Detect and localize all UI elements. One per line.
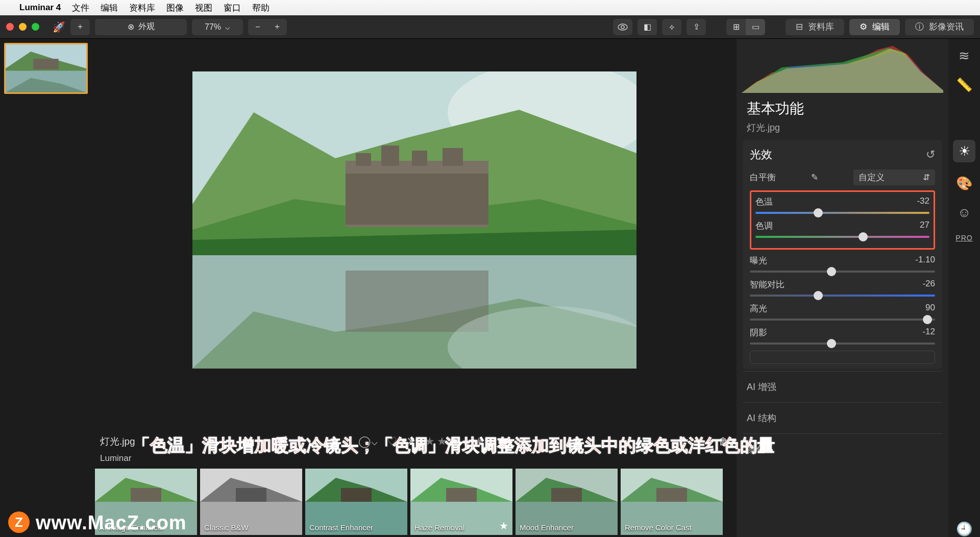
single-view-button[interactable]: ▭ (746, 19, 765, 35)
menu-image[interactable]: 图像 (166, 2, 184, 14)
svg-rect-15 (412, 151, 427, 166)
ai-enhance-item[interactable]: AI 增强 (737, 374, 948, 400)
looks-label: 外观 (138, 21, 155, 32)
menu-library[interactable]: 资料库 (129, 2, 155, 14)
close-window[interactable] (6, 23, 14, 31)
filmstrip-column (0, 39, 92, 537)
exposure-slider[interactable]: 曝光-1.10 (750, 255, 935, 273)
advanced-toggle[interactable] (750, 351, 935, 364)
svg-marker-50 (742, 48, 943, 93)
reject-icon[interactable]: ✕ (406, 435, 415, 448)
chevron-down-icon: ⌵ (225, 22, 230, 32)
menu-window[interactable]: 窗口 (224, 2, 241, 14)
minimize-window[interactable] (19, 23, 27, 31)
favorite-icon[interactable]: ♡ (387, 435, 397, 448)
temperature-slider[interactable]: 色温-32 (755, 196, 929, 214)
compare-button[interactable]: ◧ (638, 19, 657, 35)
fullscreen-window[interactable] (32, 23, 39, 31)
sliders-icon: ⚙ (860, 21, 867, 32)
looks-icon: ⊗ (128, 22, 134, 32)
color-item[interactable]: 颜色 (737, 436, 948, 462)
preview-toggle[interactable] (613, 19, 632, 35)
svg-rect-33 (341, 488, 372, 503)
select-caret-icon: ⇵ (923, 172, 930, 183)
look-item[interactable]: Remove Color Cast (621, 469, 723, 535)
history-icon[interactable]: 🕘 (956, 521, 972, 537)
svg-point-1 (621, 26, 624, 29)
tab-library[interactable]: ⊟ 资料库 (786, 19, 844, 35)
portrait-icon[interactable]: ☺ (958, 205, 971, 221)
pro-icon[interactable]: PRO (955, 234, 972, 242)
svg-rect-17 (346, 174, 488, 225)
ruler-icon[interactable]: 📏 (956, 77, 972, 93)
creative-icon[interactable]: 🎨 (956, 176, 972, 191)
svg-rect-45 (656, 488, 687, 503)
shadows-slider[interactable]: 阴影-12 (750, 327, 935, 345)
section-title: 光效 (750, 147, 772, 162)
view-mode: ⊞ ▭ (726, 19, 765, 35)
star-icon: ★ (499, 520, 508, 532)
rating-stars[interactable]: ★★★★★ (425, 435, 486, 448)
canvas-area: 灯光.jpg ◯⌵ ♡ ✕ ★★★★★ 🗑 Luminar AI Image E… (92, 39, 737, 537)
image-preview[interactable] (92, 39, 737, 430)
menu-help[interactable]: 帮助 (252, 2, 270, 14)
app-name[interactable]: Luminar 4 (19, 3, 61, 13)
highlights-slider[interactable]: 高光90 (750, 303, 935, 321)
layers-icon[interactable]: ≋ (959, 48, 970, 64)
tint-slider[interactable]: 色调27 (755, 220, 929, 238)
histogram[interactable] (742, 42, 943, 93)
svg-rect-41 (551, 488, 582, 503)
tab-info[interactable]: ⓘ 影像资讯 (905, 19, 974, 35)
wb-label: 白平衡 (750, 172, 776, 183)
svg-rect-5 (33, 59, 58, 69)
look-item[interactable]: Mood Enhancer (516, 469, 618, 535)
ai-structure-item[interactable]: AI 结构 (737, 405, 948, 431)
look-item[interactable]: Contrast Enhancer (305, 469, 407, 535)
wb-dropdown[interactable]: 自定义 ⇵ (853, 169, 935, 185)
menu-view[interactable]: 视图 (195, 2, 212, 14)
delete-icon[interactable]: 🗑 (719, 436, 728, 447)
add-button[interactable]: ＋ (70, 19, 90, 35)
rocket-icon[interactable]: 🚀 (53, 21, 65, 33)
thumbnail-selected[interactable] (4, 43, 88, 94)
reset-icon[interactable]: ↺ (926, 148, 935, 161)
eyedropper-icon[interactable]: ✎ (811, 172, 818, 183)
export-button[interactable]: ⇪ (687, 19, 706, 35)
zoom-dropdown[interactable]: 77% ⌵ (192, 19, 243, 35)
looks-row-label: Luminar (92, 453, 737, 467)
smart-contrast-slider[interactable]: 智能对比-26 (750, 279, 935, 297)
svg-rect-21 (346, 271, 488, 332)
file-info-row: 灯光.jpg ◯⌵ ♡ ✕ ★★★★★ 🗑 (92, 430, 737, 453)
highlighted-sliders: 色温-32 色调27 (750, 190, 935, 250)
menu-file[interactable]: 文件 (72, 2, 89, 14)
essentials-icon[interactable]: ☀ (953, 140, 975, 162)
zoom-in-button[interactable]: ＋ (267, 19, 287, 35)
tool-rail: ≋ 📏 ☀ 🎨 ☺ PRO 🕘 (948, 39, 980, 537)
zoom-buttons: − ＋ (248, 19, 287, 35)
looks-strip[interactable]: AI Image Enhancer Classic B&W Contrast E… (92, 467, 737, 537)
tab-edit[interactable]: ⚙ 编辑 (849, 19, 900, 35)
svg-rect-16 (443, 148, 463, 166)
svg-rect-25 (131, 488, 161, 503)
menu-edit[interactable]: 编辑 (101, 2, 118, 14)
look-item[interactable]: AI Image Enhancer (95, 469, 197, 535)
crop-button[interactable]: ⟡ (662, 19, 681, 35)
macos-menubar: Luminar 4 文件 编辑 资料库 图像 视图 窗口 帮助 (0, 0, 980, 15)
watermark-badge: Z (8, 511, 30, 533)
looks-dropdown[interactable]: ⊗ 外观 (95, 19, 187, 35)
grid-view-button[interactable]: ⊞ (726, 19, 746, 35)
svg-rect-37 (446, 488, 477, 503)
tag-icon[interactable]: ◯⌵ (358, 435, 378, 448)
library-icon: ⊟ (796, 21, 803, 32)
look-item[interactable]: Haze Removal★ (410, 469, 512, 535)
light-section: 光效 ↺ 白平衡 ✎ 自定义 ⇵ 色温-32 色调27 (743, 140, 942, 369)
current-filename: 灯光.jpg (100, 435, 135, 448)
zoom-value: 77% (205, 22, 221, 32)
edit-panel: 基本功能 灯光.jpg 光效 ↺ 白平衡 ✎ 自定义 ⇵ 色温-32 (737, 39, 948, 537)
svg-point-0 (618, 24, 627, 30)
window-controls (6, 23, 39, 31)
look-item[interactable]: Classic B&W (200, 469, 302, 535)
panel-title: 基本功能 (737, 96, 948, 121)
zoom-out-button[interactable]: − (248, 19, 267, 35)
svg-rect-29 (236, 488, 266, 503)
